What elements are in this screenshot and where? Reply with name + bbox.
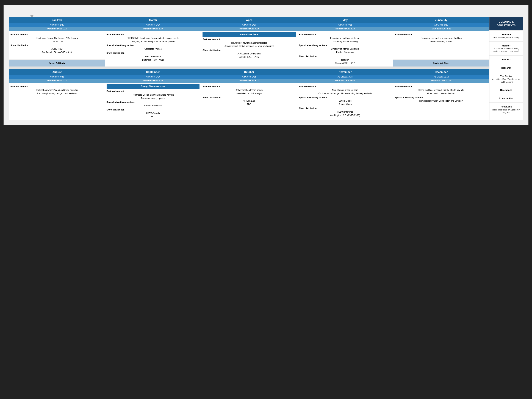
show-dist-label: Show distribution: — [107, 52, 200, 55]
month-col-junejuly: June/JulyAd Close: 5/19Materials Due: 5/… — [393, 17, 489, 66]
sidebar-item-title: The Center — [491, 75, 521, 78]
featured-item: In-house pharmacy design considerations — [11, 92, 104, 95]
special-ad-label: Special advertising section: — [107, 44, 200, 47]
ad-close: Ad Close: 2/17 — [105, 23, 201, 27]
show-dist-label: Show distribution: — [11, 44, 104, 47]
month-name: October — [201, 69, 297, 75]
featured-item: Roundup of new international facilities — [203, 42, 296, 44]
featured-item: Mastering master planning — [299, 40, 392, 43]
featured-item: On time and on budget: Understanding del… — [299, 92, 392, 95]
left-section: Jan/FebAd Close: 1/20Materials Due: 1/22… — [9, 17, 489, 120]
ad-close: Ad Close: 10/16 — [297, 75, 393, 79]
ad-close: Ad Close: 9/15 — [201, 75, 297, 79]
show-dist-label: Show distribution: — [299, 55, 392, 58]
featured-item: Healthcare Design Showcase award winners — [107, 94, 200, 96]
special-ad-item: Corporate Profiles — [107, 48, 200, 51]
materials-due: Materials Due: 1/22 — [9, 27, 105, 31]
show-dist-item: TBD — [203, 103, 296, 106]
month-col-october: OctoberAd Close: 9/15Materials Due: 9/17… — [201, 69, 297, 120]
special-ad-item: Buyers Guide — [299, 100, 392, 102]
sidebar-item: Interiors — [489, 55, 523, 64]
month-name: September — [105, 69, 201, 75]
show-dist-item: Washington, D.C. (11/15-11/17) — [299, 114, 392, 117]
sidebar-item-sub: (back page focus on a project in progres… — [491, 108, 521, 114]
month-col-november: NovemberAd Close: 10/16Materials Due: 10… — [297, 69, 393, 120]
top-months-row: Jan/FebAd Close: 1/20Materials Due: 1/22… — [9, 17, 489, 68]
featured-label: Featured content: — [11, 33, 104, 36]
ad-close: Ad Close: 1/20 — [9, 23, 105, 27]
featured-label: Featured content: — [107, 90, 200, 93]
sidebar-item-sub: (a quick-hit roundup of news, projects, … — [491, 47, 521, 53]
special-ad-label: Special advertising section: — [107, 101, 200, 104]
month-body: Featured content:Green facilities, revis… — [393, 83, 489, 120]
baxter-ad-study: Baxter Ad Study — [393, 60, 489, 66]
featured-item: Special report: Global hot spots for you… — [203, 45, 296, 48]
design-showcase-badge: Design Showcase Issue — [107, 84, 200, 89]
featured-item: Green roofs: Lessons learned — [395, 92, 488, 95]
sidebar-item-sub: (an editorial from The Center for Health… — [491, 78, 521, 83]
month-name: March — [105, 17, 201, 23]
month-body: Featured content:EXCLUSIVE: Healthcare D… — [105, 31, 201, 66]
month-col-janfeb: Jan/FebAd Close: 1/20Materials Due: 1/22… — [9, 17, 105, 66]
month-body: Featured content:Spotlight on women's an… — [9, 83, 105, 120]
show-dist-item: AIA National Convention — [203, 52, 296, 55]
title-area — [9, 11, 523, 12]
special-ad-item: Product Showcase — [299, 51, 392, 54]
featured-item: Next chapter of cancer care — [299, 89, 392, 92]
featured-label: Featured content: — [11, 85, 104, 88]
materials-due: Materials Due: 8/19 — [105, 79, 201, 83]
featured-item: New takes on clinic design — [203, 92, 296, 95]
title-underline — [11, 11, 523, 11]
show-dist-item: NeoCon East — [203, 100, 296, 102]
show-dist-item: San Antonio, Texas (3/15 – 3/18) — [11, 51, 104, 54]
ad-close: Ad Close: 7/21 — [9, 75, 105, 79]
sidebar-item: Monitor(a quick-hit roundup of news, pro… — [489, 42, 523, 55]
sidebar-item-title: Interiors — [491, 58, 521, 61]
month-body: Featured content:Healthcare Design Confe… — [9, 31, 105, 59]
featured-label: Featured content: — [395, 33, 488, 36]
materials-due: Materials Due: 3/19 — [201, 27, 297, 31]
month-body: Featured content:Evolution of healthcare… — [297, 31, 393, 66]
month-body: International IssueFeatured content:Roun… — [201, 31, 297, 66]
show-dist-label: Show distribution: — [299, 107, 392, 110]
sidebar-item: First Look(back page focus on a project … — [489, 102, 523, 116]
show-dist-label: Show distribution: — [107, 108, 200, 111]
month-name: November — [297, 69, 393, 75]
materials-due: Materials Due: 7/23 — [9, 79, 105, 83]
month-name: April — [201, 17, 297, 23]
show-dist-item: ASHE-PDC — [11, 48, 104, 51]
ad-close: Ad Close: 8/17 — [105, 75, 201, 79]
month-name: June/July — [393, 17, 489, 23]
month-name: December — [393, 69, 489, 75]
materials-due: Materials Due: 10/20 — [297, 79, 393, 83]
sidebar-item-title: Research — [491, 66, 521, 70]
featured-item: Designing research and laboratory facili… — [395, 37, 488, 40]
row-gap — [9, 68, 489, 69]
materials-due: Materials Due: 5/21 — [393, 27, 489, 31]
featured-item: Trends in dining spaces — [395, 40, 488, 43]
main-layout: Jan/FebAd Close: 1/20Materials Due: 1/22… — [9, 17, 523, 120]
special-ad-label: Special advertising sections: — [395, 96, 488, 99]
featured-item: Spotlight on women's and children's hosp… — [11, 89, 104, 92]
featured-item: Evolution of healthcare interiors — [299, 37, 392, 40]
show-dist-item: TBD — [107, 115, 200, 118]
month-col-march: MarchAd Close: 2/17Materials Due: 2/19Fe… — [105, 17, 201, 66]
featured-item: The HCD10 — [11, 40, 104, 43]
sidebar-item: Research — [489, 64, 523, 72]
sidebar-item-title: First Look — [491, 105, 521, 108]
month-body: Featured content:Next chapter of cancer … — [297, 83, 393, 120]
show-dist-item: EFA Conference — [107, 55, 200, 58]
month-col-september: SeptemberAd Close: 8/17Materials Due: 8/… — [105, 69, 201, 120]
featured-item: Focus on surgery spaces — [107, 97, 200, 100]
materials-due: Materials Due: 4/23 — [297, 27, 393, 31]
show-dist-item: NeoCon — [299, 58, 392, 62]
materials-due: Materials Due: 11/18 — [393, 79, 489, 83]
month-body: Featured content:Designing research and … — [393, 31, 489, 59]
materials-due: Materials Due: 9/17 — [201, 79, 297, 83]
featured-item: Behavioral healthcare trends — [203, 89, 296, 92]
show-dist-item: HCD Conference — [299, 110, 392, 114]
month-body: Featured content:Behavioral healthcare t… — [201, 83, 297, 120]
month-col-april: AprilAd Close: 3/17Materials Due: 3/19In… — [201, 17, 297, 66]
sidebar-header: COLUMNS & DEPARTMENTS — [489, 17, 523, 30]
special-ad-item: Project Watch — [299, 103, 392, 106]
